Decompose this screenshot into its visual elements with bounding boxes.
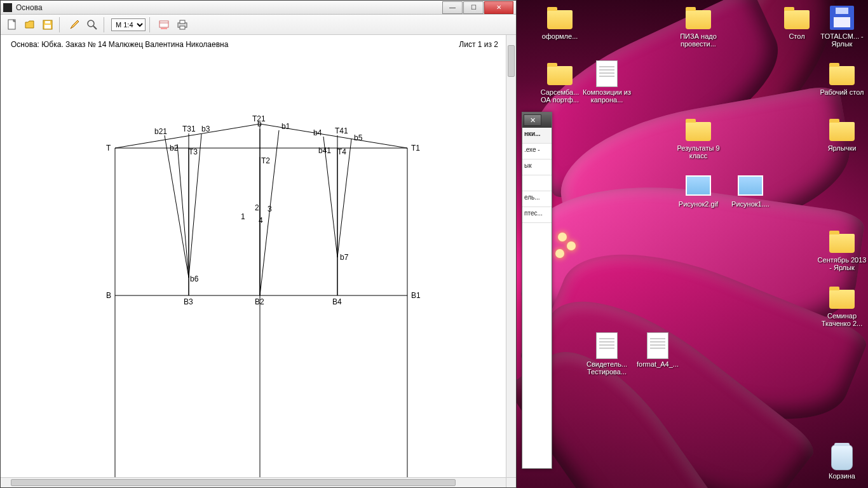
save-floppy-icon <box>42 19 53 30</box>
folder-icon <box>829 122 855 141</box>
fragment-row[interactable] <box>522 175 552 191</box>
bin-icon <box>831 445 853 470</box>
svg-point-4 <box>88 20 94 27</box>
desktop-icon[interactable]: оформле... <box>535 5 585 40</box>
svg-text:T31: T31 <box>182 125 196 133</box>
fragment-row[interactable]: птес... <box>522 207 552 223</box>
svg-text:b5: b5 <box>354 133 363 142</box>
svg-text:T4: T4 <box>337 147 346 156</box>
svg-text:2: 2 <box>255 203 259 212</box>
svg-line-5 <box>93 26 97 29</box>
desktop-icon-label: Рабочий стол <box>817 88 867 96</box>
desktop-icon[interactable]: format_A4_... <box>633 333 682 368</box>
open-button[interactable] <box>22 17 37 32</box>
desktop-icon[interactable]: Семинар Ткаченко 2... <box>817 285 867 327</box>
svg-text:b: b <box>257 119 262 128</box>
desktop-icon[interactable]: Рисунок2.gif <box>674 173 723 208</box>
svg-rect-10 <box>180 20 185 24</box>
folder-icon <box>686 122 711 141</box>
scale-dropdown[interactable]: М 1:4 <box>111 18 146 31</box>
folder-icon <box>829 290 855 309</box>
fragment-header: нки... <box>522 128 552 144</box>
svg-rect-11 <box>180 26 185 29</box>
desktop-icon[interactable]: Сарсемба... ОА портф... <box>535 61 585 104</box>
svg-text:b21: b21 <box>154 127 167 136</box>
svg-rect-8 <box>161 28 167 29</box>
desktop-icon-label: Результаты 9 класс <box>674 144 723 159</box>
print-button[interactable] <box>175 17 190 32</box>
svg-rect-2 <box>45 21 50 24</box>
desktop-icon-label: Сарсемба... ОА портф... <box>535 88 585 104</box>
desktop-icon-label: Стол <box>772 32 822 40</box>
file-icon <box>596 332 618 359</box>
svg-rect-6 <box>159 21 168 27</box>
svg-text:B3: B3 <box>184 297 193 306</box>
close-button[interactable]: ✕ <box>484 1 513 14</box>
svg-text:T2: T2 <box>261 156 270 165</box>
svg-text:b4: b4 <box>313 128 322 137</box>
minimize-button[interactable]: — <box>442 1 463 14</box>
app-window: Основа — ☐ ✕ М 1:4 <box>0 0 517 488</box>
desktop-icon[interactable]: Свидетель... Тестирова... <box>582 333 632 376</box>
svg-text:b7: b7 <box>340 253 349 262</box>
svg-text:B1: B1 <box>411 291 421 300</box>
svg-text:T: T <box>106 144 111 152</box>
folder-icon <box>547 10 573 29</box>
print-icon <box>176 19 189 30</box>
desktop-icon-label: Корзина <box>817 472 867 480</box>
svg-rect-3 <box>44 25 51 29</box>
fragment-close-button[interactable]: ✕ <box>524 114 541 126</box>
desktop-icon[interactable]: ПИЗА надо провести... <box>674 5 723 48</box>
svg-line-23 <box>165 135 189 278</box>
drawing-canvas[interactable]: TT1BB1KK1K2B2B3B4T21T2T31T3T41T4bb1b2b21… <box>1 35 506 477</box>
fragment-row[interactable]: ель... <box>522 191 552 207</box>
desktop-icon[interactable]: Рисунок1.... <box>726 173 775 208</box>
svg-text:3: 3 <box>268 205 272 214</box>
svg-text:b3: b3 <box>201 125 210 133</box>
desktop-icon[interactable]: Композиции из капрона... <box>582 61 632 104</box>
fragment-row[interactable]: ык <box>522 159 552 175</box>
new-file-icon <box>6 19 18 30</box>
svg-text:B4: B4 <box>332 297 342 306</box>
svg-text:T3: T3 <box>189 147 198 156</box>
open-folder-icon <box>24 19 36 30</box>
new-button[interactable] <box>4 17 20 32</box>
desktop-icon[interactable]: Рабочий стол <box>817 61 867 96</box>
save-button[interactable] <box>40 17 55 32</box>
document-area: Основа: Юбка. Заказ № 14 Малюжец Валенти… <box>1 35 516 487</box>
svg-text:B: B <box>106 291 111 300</box>
desktop-icon[interactable]: Стол <box>772 5 822 40</box>
fragment-row[interactable]: .ехе - <box>522 144 552 159</box>
img-icon <box>686 175 711 196</box>
svg-text:b6: b6 <box>190 274 199 283</box>
desktop-icon[interactable]: Ярлычки <box>817 117 867 152</box>
secondary-window-fragment: ✕ нки... .ехе -ыкель...птес... <box>522 112 552 469</box>
zoom-button[interactable] <box>85 17 100 32</box>
vertical-scrollbar[interactable] <box>506 35 516 477</box>
desktop-icon-label: format_A4_... <box>633 360 682 368</box>
desktop-icon-label: Композиции из капрона... <box>582 88 632 104</box>
svg-text:4: 4 <box>259 216 263 225</box>
scroll-corner <box>506 477 516 487</box>
desktop-icon[interactable]: Результаты 9 класс <box>674 117 723 159</box>
desktop-icon-label: ПИЗА надо провести... <box>674 32 723 48</box>
floppy-icon <box>830 6 854 30</box>
brush-button[interactable] <box>67 17 82 32</box>
folder-icon <box>686 10 711 29</box>
desktop-icon[interactable]: TOTALCM... - Ярлык <box>817 5 867 48</box>
titlebar[interactable]: Основа — ☐ ✕ <box>1 1 516 15</box>
desktop-icon[interactable]: Сентябрь 2013 - Ярлык <box>817 229 867 271</box>
page-setup-button[interactable] <box>157 17 172 32</box>
app-icon <box>3 3 12 12</box>
desktop-icon[interactable]: Корзина <box>817 445 867 480</box>
maximize-button[interactable]: ☐ <box>463 1 484 14</box>
img-icon <box>738 175 763 196</box>
svg-text:b2: b2 <box>170 144 179 152</box>
svg-text:b1: b1 <box>281 122 290 131</box>
magnifier-icon <box>86 19 98 30</box>
brush-icon <box>69 19 80 30</box>
folder-icon <box>829 234 855 253</box>
svg-text:T41: T41 <box>335 126 348 135</box>
desktop-icon-label: Рисунок1.... <box>726 200 775 208</box>
horizontal-scrollbar[interactable] <box>1 477 506 487</box>
